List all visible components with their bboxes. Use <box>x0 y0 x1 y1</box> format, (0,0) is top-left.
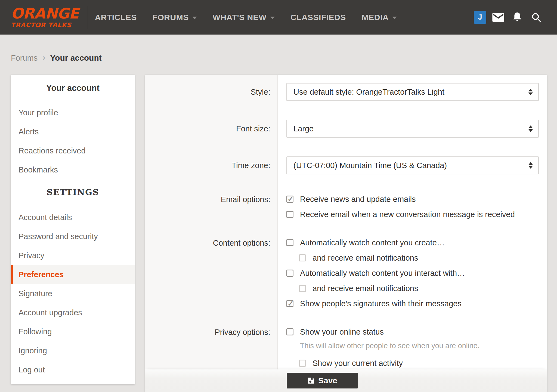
email-options-group: Email options: Receive news and update e… <box>145 193 547 224</box>
checkbox[interactable] <box>299 360 306 367</box>
font-size-row: Font size: Large <box>145 120 547 138</box>
avatar[interactable]: J <box>474 11 486 24</box>
checkbox[interactable] <box>286 270 293 277</box>
time-zone-select-value: (UTC-07:00) Mountain Time (US & Canada) <box>293 161 447 170</box>
checkbox-label: Automatically watch content you create… <box>300 238 445 247</box>
checkbox-label: Show people's signatures with their mess… <box>300 299 462 308</box>
checkbox-row-online-status[interactable]: Show your online status <box>286 326 539 338</box>
select-arrows-icon <box>528 125 533 132</box>
checkbox-label: and receive email notifications <box>312 254 418 263</box>
sidebar-item-your-profile[interactable]: Your profile <box>11 103 135 122</box>
primary-nav: ARTICLES FORUMS WHAT'S NEW CLASSIFIEDS M… <box>95 13 397 22</box>
checkbox-label: Show your online status <box>300 328 384 337</box>
page: ORANGE TRACTOR TALKS ARTICLES FORUMS WHA… <box>0 0 557 392</box>
checkbox-row-watch-interact[interactable]: Automatically watch content you interact… <box>286 267 539 279</box>
checkbox[interactable] <box>299 285 306 292</box>
content-area: Your account Your profile Alerts Reactio… <box>11 75 547 392</box>
style-select-value: Use default style: OrangeTractorTalks Li… <box>293 88 444 97</box>
breadcrumb: Forums › Your account <box>11 53 102 63</box>
checkbox[interactable] <box>286 328 293 335</box>
select-arrows-icon <box>528 89 533 95</box>
font-size-label: Font size: <box>145 124 278 133</box>
nav-media-label: MEDIA <box>362 13 389 22</box>
checkbox-label: Show your current activity <box>312 359 403 368</box>
breadcrumb-forums[interactable]: Forums <box>11 54 38 63</box>
select-arrows-icon <box>528 162 533 169</box>
nav-media[interactable]: MEDIA <box>362 13 397 22</box>
chevron-down-icon <box>193 17 197 19</box>
checkbox-row-current-activity[interactable]: Show your current activity <box>299 357 539 369</box>
sidebar-title: Your account <box>11 83 135 93</box>
nav-classifieds[interactable]: CLASSIFIEDS <box>290 13 346 22</box>
checkbox[interactable] <box>286 300 293 307</box>
sidebar-item-bookmarks[interactable]: Bookmarks <box>11 160 135 179</box>
checkbox-label: and receive email notifications <box>312 284 418 293</box>
checkbox[interactable] <box>286 239 293 246</box>
font-size-select[interactable]: Large <box>286 120 539 138</box>
nav-articles-label: ARTICLES <box>95 13 137 22</box>
checkbox[interactable] <box>286 211 293 218</box>
sidebar-item-account-details[interactable]: Account details <box>11 208 135 227</box>
sidebar-item-log-out[interactable]: Log out <box>11 360 135 379</box>
header-divider <box>87 6 87 29</box>
sidebar-item-password-and-security[interactable]: Password and security <box>11 227 135 246</box>
chevron-down-icon <box>270 17 275 19</box>
account-sidebar: Your account Your profile Alerts Reactio… <box>11 75 135 384</box>
logo-text-secondary: TRACTOR TALKS <box>11 22 79 28</box>
sidebar-item-reactions-received[interactable]: Reactions received <box>11 141 135 160</box>
checkbox-row-watch-create-email[interactable]: and receive email notifications <box>299 252 539 264</box>
sidebar-item-following[interactable]: Following <box>11 322 135 341</box>
time-zone-select[interactable]: (UTC-07:00) Mountain Time (US & Canada) <box>286 156 539 174</box>
sidebar-item-privacy[interactable]: Privacy <box>11 246 135 265</box>
sidebar-item-ignoring[interactable]: Ignoring <box>11 341 135 360</box>
sidebar-item-account-upgrades[interactable]: Account upgrades <box>11 303 135 322</box>
time-zone-row: Time zone: (UTC-07:00) Mountain Time (US… <box>145 156 547 174</box>
checkbox-label: Receive news and update emails <box>300 195 416 204</box>
sidebar-item-alerts[interactable]: Alerts <box>11 122 135 141</box>
checkbox-label: Receive email when a new conversation me… <box>300 210 515 219</box>
save-button-label: Save <box>318 376 337 385</box>
bell-icon[interactable] <box>510 10 524 24</box>
font-size-select-value: Large <box>293 124 314 133</box>
privacy-options-label: Privacy options: <box>145 326 278 337</box>
save-button[interactable]: Save <box>287 373 358 388</box>
sidebar-item-signature[interactable]: Signature <box>11 284 135 303</box>
style-row: Style: Use default style: OrangeTractorT… <box>145 83 547 101</box>
email-options-label: Email options: <box>145 193 278 204</box>
chevron-down-icon <box>392 17 397 19</box>
checkbox-label: Automatically watch content you interact… <box>300 269 465 278</box>
divider <box>11 183 135 183</box>
search-icon[interactable] <box>529 10 543 24</box>
style-select[interactable]: Use default style: OrangeTractorTalks Li… <box>286 83 539 101</box>
nav-articles[interactable]: ARTICLES <box>95 13 137 22</box>
mail-icon[interactable] <box>491 10 505 24</box>
header-actions: J <box>474 10 543 24</box>
style-label: Style: <box>145 88 278 97</box>
content-options-group: Content options: Automatically watch con… <box>145 237 547 313</box>
breadcrumb-current: Your account <box>50 53 101 63</box>
logo-text-primary: ORANGE <box>11 6 79 21</box>
checkbox-row-receive-conversation-email[interactable]: Receive email when a new conversation me… <box>286 208 539 220</box>
content-options-label: Content options: <box>145 237 278 248</box>
checkbox-row-watch-create[interactable]: Automatically watch content you create… <box>286 237 539 249</box>
preferences-panel: Style: Use default style: OrangeTractorT… <box>145 75 547 392</box>
checkbox[interactable] <box>286 196 293 203</box>
nav-classifieds-label: CLASSIFIEDS <box>290 13 346 22</box>
sidebar-item-preferences[interactable]: Preferences <box>11 265 135 284</box>
nav-forums[interactable]: FORUMS <box>153 13 197 22</box>
save-icon <box>307 377 314 384</box>
checkbox-row-receive-news[interactable]: Receive news and update emails <box>286 193 539 205</box>
site-header: ORANGE TRACTOR TALKS ARTICLES FORUMS WHA… <box>0 0 557 35</box>
preferences-form: Style: Use default style: OrangeTractorT… <box>145 75 547 388</box>
time-zone-label: Time zone: <box>145 161 278 170</box>
nav-whats-new-label: WHAT'S NEW <box>213 13 267 22</box>
sidebar-settings-heading: SETTINGS <box>11 187 135 197</box>
checkbox[interactable] <box>299 254 306 261</box>
nav-forums-label: FORUMS <box>153 13 189 22</box>
nav-whats-new[interactable]: WHAT'S NEW <box>213 13 275 22</box>
online-status-hint: This will allow other people to see when… <box>300 341 539 351</box>
site-logo[interactable]: ORANGE TRACTOR TALKS <box>11 6 79 28</box>
checkbox-row-show-signatures[interactable]: Show people's signatures with their mess… <box>286 298 539 310</box>
chevron-right-icon: › <box>42 53 45 63</box>
checkbox-row-watch-interact-email[interactable]: and receive email notifications <box>299 282 539 294</box>
